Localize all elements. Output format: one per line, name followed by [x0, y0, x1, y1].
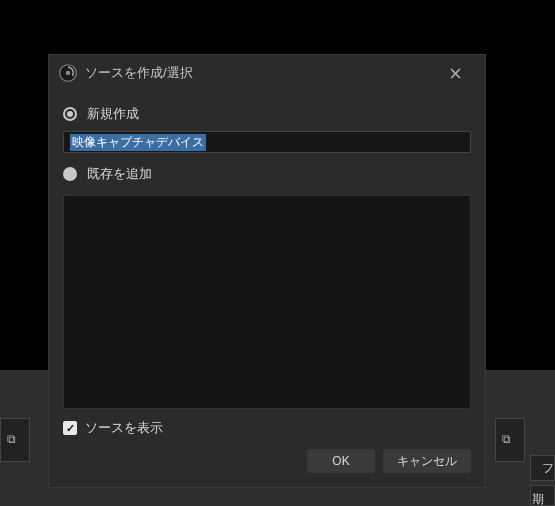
copy-icon: ⧉	[502, 432, 511, 446]
existing-sources-list[interactable]	[63, 195, 471, 409]
input-value: 映像キャプチャデバイス	[70, 134, 206, 151]
bg-label: 期間	[532, 491, 555, 506]
radio-icon	[63, 107, 77, 121]
checkbox-label: ソースを表示	[85, 419, 163, 437]
dialog-buttons: OK キャンセル	[49, 449, 485, 487]
radio-label: 新規作成	[87, 105, 139, 123]
create-source-dialog: ソースを作成/選択 新規作成 映像キャプチャデバイス 既存を追加 ✓ ソースを表…	[48, 54, 486, 488]
dialog-body: 新規作成 映像キャプチャデバイス 既存を追加 ✓ ソースを表示	[49, 91, 485, 449]
copy-icon: ⧉	[7, 432, 16, 446]
radio-create-new[interactable]: 新規作成	[63, 99, 471, 129]
obs-icon	[59, 64, 77, 82]
close-button[interactable]	[435, 55, 475, 91]
bg-label: フ	[542, 460, 554, 477]
svg-point-1	[66, 71, 71, 76]
ok-button[interactable]: OK	[307, 449, 375, 473]
radio-add-existing[interactable]: 既存を追加	[63, 159, 471, 189]
radio-label: 既存を追加	[87, 165, 152, 183]
source-name-input[interactable]: 映像キャプチャデバイス	[63, 131, 471, 153]
radio-icon	[63, 167, 77, 181]
checkbox-icon: ✓	[63, 421, 77, 435]
show-source-checkbox[interactable]: ✓ ソースを表示	[63, 409, 471, 449]
dialog-title: ソースを作成/選択	[85, 64, 435, 82]
cancel-button[interactable]: キャンセル	[383, 449, 471, 473]
titlebar: ソースを作成/選択	[49, 55, 485, 91]
